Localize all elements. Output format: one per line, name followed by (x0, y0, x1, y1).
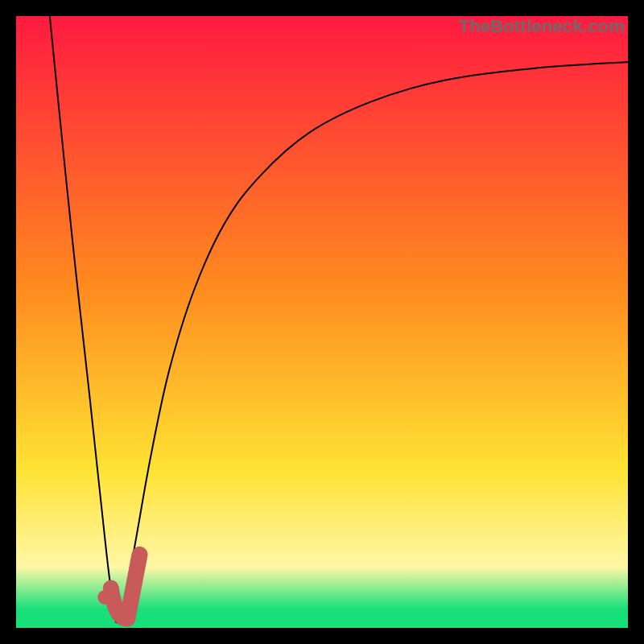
optimal-marker-hook (111, 555, 140, 619)
chart-svg (16, 16, 628, 628)
chart-frame: TheBottleneck.com (16, 16, 628, 628)
optimal-marker-dot (97, 590, 112, 605)
bottleneck-curve (50, 16, 628, 622)
